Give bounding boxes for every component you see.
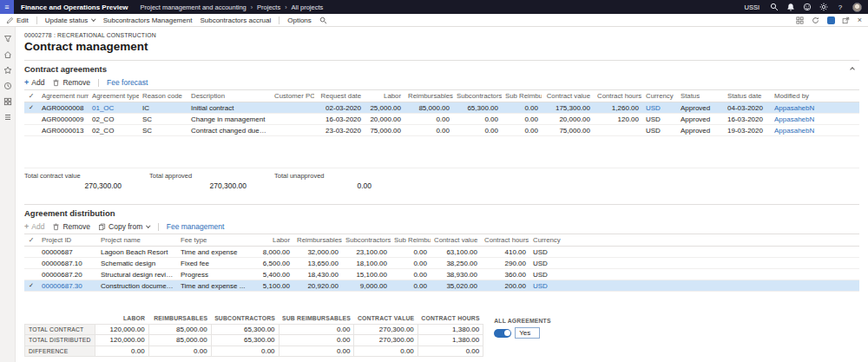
cell-reimbursables[interactable]: 32,000.00: [293, 247, 342, 258]
cell-project_name[interactable]: Construction documents: [97, 280, 177, 292]
cell-sub_reimbursables[interactable]: 0.00: [502, 125, 542, 136]
table-row[interactable]: 00000687.20Structural design reviewProgr…: [24, 269, 859, 280]
column-header-status[interactable]: Status: [677, 90, 724, 102]
column-header-subcontractors[interactable]: SUBCONTRACTORS: [211, 313, 279, 324]
cell-sub_reimbursables[interactable]: 0.00: [391, 258, 431, 269]
fee-management-button[interactable]: Fee management: [167, 222, 225, 231]
cell-description[interactable]: Change in management: [187, 114, 271, 125]
cell-contract_value[interactable]: 0.00: [354, 346, 418, 357]
cell-subcontractors[interactable]: 15,100.00: [342, 269, 391, 280]
column-header-reimbursables[interactable]: Reimbursables: [404, 90, 453, 102]
cell-modified_by[interactable]: AppasahebN: [771, 102, 821, 114]
column-header-contract_value[interactable]: Contract value: [542, 90, 594, 102]
cell-sub_reimbursables[interactable]: 0.00: [279, 346, 354, 357]
user-avatar[interactable]: [852, 3, 862, 12]
copy-from-button[interactable]: Copy from: [98, 222, 150, 231]
cell-labor[interactable]: 20,000.00: [365, 114, 404, 125]
cell-contract_value[interactable]: 175,300.00: [542, 102, 594, 114]
cell-contract_hours[interactable]: 360.00: [481, 269, 529, 280]
cell-currency[interactable]: USD: [529, 258, 564, 269]
cell-project_name[interactable]: Schematic design: [97, 258, 177, 269]
alerts-bell-icon[interactable]: [786, 3, 795, 11]
cell-fee_type[interactable]: Progress: [177, 269, 253, 280]
cell-contract_hours[interactable]: 1,260.00: [594, 102, 642, 114]
column-header-customer_po[interactable]: Customer PO: [271, 90, 314, 102]
table-row[interactable]: TOTAL CONTRACT120,000.0085,000.0065,300.…: [25, 324, 483, 335]
cell-subcontractors[interactable]: 18,100.00: [342, 258, 391, 269]
cell-sub_reimbursables[interactable]: 0.00: [279, 335, 354, 346]
cell-description[interactable]: Initial contract: [187, 102, 271, 114]
cell-sub_reimbursables[interactable]: 0.00: [502, 114, 542, 125]
table-row[interactable]: TOTAL DISTRIBUTED120,000.0085,000.0065,3…: [25, 335, 483, 346]
cell-label[interactable]: DIFFERENCE: [25, 346, 95, 357]
column-header-contract_value[interactable]: Contract value: [431, 234, 481, 247]
cell-sub_reimbursables[interactable]: 0.00: [502, 102, 542, 114]
cell-contract_value[interactable]: 63,100.00: [431, 247, 481, 258]
column-header-reimbursables[interactable]: Reimbursables: [293, 234, 342, 247]
modules-list-icon[interactable]: [3, 113, 12, 122]
search-icon[interactable]: [770, 3, 779, 11]
cell-contract_hours[interactable]: 1,380.00: [418, 335, 483, 346]
column-header-contract_hours[interactable]: Contract hours: [481, 234, 529, 247]
app-launcher-button[interactable]: ≡: [0, 0, 14, 14]
cell-reason_code[interactable]: SC: [139, 125, 187, 136]
subcontractors-accrual-button[interactable]: Subcontractors accrual: [200, 16, 271, 24]
cell-labor[interactable]: 5,100.00: [253, 280, 293, 292]
cell-status_date[interactable]: 04-03-2020: [724, 102, 771, 114]
cell-project_id[interactable]: 00000687: [38, 247, 97, 258]
breadcrumb-page[interactable]: All projects: [292, 3, 324, 11]
table-row[interactable]: ✓00000687.30Construction documentsTime a…: [24, 280, 859, 292]
cell-agreement_type[interactable]: 02_CO: [89, 114, 139, 125]
cell-currency[interactable]: USD: [529, 280, 564, 292]
cell-contract_hours[interactable]: 410.00: [481, 247, 529, 258]
cell-subcontractors[interactable]: 0.00: [453, 125, 502, 136]
cell-contract_value[interactable]: 20,000.00: [542, 114, 594, 125]
open-new-window-icon[interactable]: [842, 16, 851, 24]
cell-contract_hours[interactable]: [594, 125, 642, 136]
column-header-label[interactable]: [25, 313, 95, 324]
favorites-star-icon[interactable]: [3, 66, 12, 75]
cell-status_date[interactable]: 19-03-2020: [724, 125, 771, 136]
column-header-currency[interactable]: Currency: [642, 90, 677, 102]
cell-contract_hours[interactable]: 1,380.00: [418, 324, 483, 335]
cell-subcontractors[interactable]: 9,000.00: [342, 280, 391, 292]
column-header-labor[interactable]: Labor: [365, 90, 404, 102]
cell-label[interactable]: TOTAL DISTRIBUTED: [25, 335, 95, 346]
cell-request_date[interactable]: 23-03-2020: [314, 125, 365, 136]
cell-fee_type[interactable]: Fixed fee: [177, 258, 253, 269]
remove-distribution-button[interactable]: Remove: [52, 222, 90, 231]
cell-request_date[interactable]: 16-03-2020: [314, 114, 365, 125]
cell-contract_value[interactable]: 270,300.00: [354, 335, 418, 346]
cell-sub_reimbursables[interactable]: 0.00: [279, 324, 354, 335]
cell-reimbursables[interactable]: 85,000.00: [148, 324, 211, 335]
cell-contract_value[interactable]: 38,930.00: [431, 269, 481, 280]
cell-project_name[interactable]: Structural design review: [97, 269, 177, 280]
recent-clock-icon[interactable]: [3, 82, 12, 90]
column-header-currency[interactable]: Currency: [529, 234, 564, 247]
cell-project_name[interactable]: Lagoon Beach Resort: [97, 247, 177, 258]
column-header-agreement_number[interactable]: Agreement number ↑: [38, 90, 89, 102]
column-header-contract_value[interactable]: CONTRACT VALUE: [354, 313, 418, 324]
cell-modified_by[interactable]: AppasahebN: [771, 125, 821, 136]
cell-subcontractors[interactable]: 0.00: [453, 114, 502, 125]
column-header-subcontractors[interactable]: Subcontractors: [342, 234, 391, 247]
column-header-modified_by[interactable]: Modified by: [771, 90, 821, 102]
column-header-description[interactable]: Description: [187, 90, 271, 102]
feedback-smiley-icon[interactable]: [803, 3, 812, 11]
company-picker[interactable]: USSI: [744, 3, 760, 11]
cell-check[interactable]: [24, 125, 38, 136]
cell-reason_code[interactable]: IC: [139, 102, 187, 114]
table-row[interactable]: AGR000000902_COSCChange in management16-…: [24, 114, 859, 125]
cell-currency[interactable]: USD: [642, 125, 677, 136]
cell-agreement_type[interactable]: 02_CO: [89, 125, 139, 136]
cell-contract_hours[interactable]: 0.00: [418, 346, 483, 357]
close-icon[interactable]: ×: [858, 16, 862, 24]
cell-reimbursables[interactable]: 18,430.00: [293, 269, 342, 280]
help-icon[interactable]: ?: [836, 3, 845, 11]
cell-reason_code[interactable]: SC: [139, 114, 187, 125]
filter-funnel-icon[interactable]: [3, 35, 12, 43]
update-status-button[interactable]: Update status: [45, 16, 95, 24]
cell-description[interactable]: Contract changed due to infla...: [187, 125, 271, 136]
all-agreements-toggle[interactable]: [494, 329, 511, 338]
cell-agreement_number[interactable]: AGR0000009: [38, 114, 89, 125]
